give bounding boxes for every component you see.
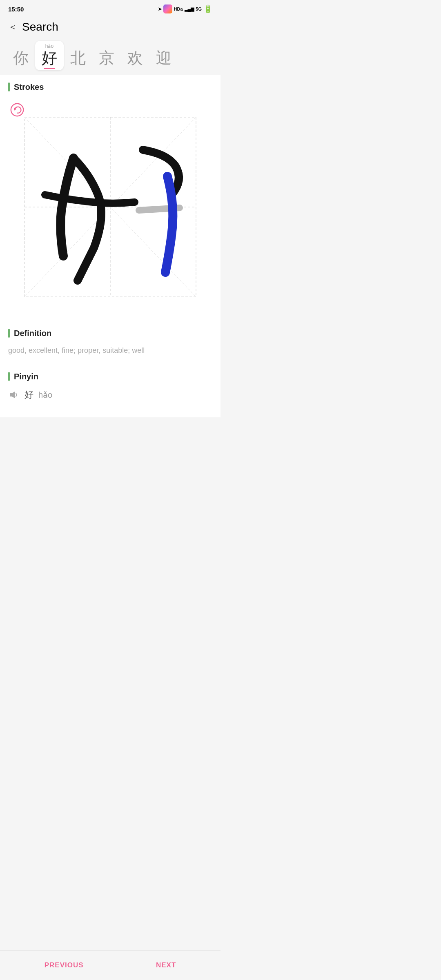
tab-ni[interactable]: 你	[7, 41, 35, 70]
app-icon	[163, 4, 172, 13]
hd-label: HDa	[174, 7, 183, 11]
tab-ying[interactable]: 迎	[149, 41, 178, 70]
tab-huan-pinyin	[134, 43, 136, 50]
tab-huan-hanzi: 欢	[127, 50, 143, 67]
character-tabs: 你 hǎo 好 北 京 欢 迎	[0, 38, 220, 75]
tab-bei[interactable]: 北	[64, 41, 92, 70]
svg-marker-7	[10, 392, 15, 398]
strokes-section-title: Strokes	[14, 82, 44, 92]
definition-text: good, excellent, fine; proper, suitable;…	[8, 343, 212, 365]
tab-huan[interactable]: 欢	[121, 41, 149, 70]
svg-line-5	[24, 117, 196, 297]
tab-bei-hanzi: 北	[70, 50, 86, 67]
tab-jing[interactable]: 京	[92, 41, 121, 70]
pinyin-section-bar	[8, 372, 10, 381]
pinyin-row: 好 hǎo	[8, 386, 212, 409]
svg-rect-2	[24, 117, 196, 297]
battery-icon: 🔋	[203, 4, 212, 13]
tab-ni-hanzi: 你	[13, 50, 29, 67]
strokes-section-bar	[8, 82, 10, 91]
tab-ying-pinyin	[163, 43, 164, 50]
back-button[interactable]: ＜	[8, 22, 17, 31]
sound-button[interactable]	[8, 389, 20, 401]
tab-bei-pinyin	[77, 43, 78, 50]
definition-section-bar	[8, 329, 10, 338]
guide-lines	[8, 101, 212, 313]
stroke-canvas	[8, 101, 212, 313]
network-label: 5G	[196, 7, 202, 11]
replay-icon	[9, 102, 25, 118]
location-icon: ➤	[158, 7, 162, 12]
tab-hao-pinyin: hǎo	[45, 43, 53, 50]
status-time: 15:50	[8, 6, 24, 13]
svg-line-6	[24, 117, 196, 297]
status-icons: ➤ HDa ▂▄▆ 5G 🔋	[158, 4, 213, 13]
definition-section-title: Definition	[14, 329, 51, 338]
pinyin-section-title: Pinyin	[14, 372, 38, 381]
main-content: Strokes	[0, 75, 220, 417]
pinyin-char: 好	[24, 389, 33, 401]
strokes-section-header: Strokes	[8, 75, 212, 97]
definition-section-header: Definition	[8, 321, 212, 343]
tab-ying-hanzi: 迎	[156, 50, 172, 67]
sound-icon	[8, 389, 20, 401]
tab-jing-pinyin	[106, 43, 107, 50]
header: ＜ Search	[0, 16, 220, 38]
signal-bars: ▂▄▆	[185, 7, 194, 12]
pinyin-reading: hǎo	[38, 390, 52, 400]
tab-hao-hanzi: 好	[42, 50, 57, 67]
page-title: Search	[22, 20, 58, 33]
status-bar: 15:50 ➤ HDa ▂▄▆ 5G 🔋	[0, 0, 220, 16]
replay-button[interactable]	[8, 101, 26, 119]
tab-ni-pinyin	[20, 43, 21, 50]
pinyin-section-header: Pinyin	[8, 365, 212, 386]
tab-hao[interactable]: hǎo 好	[35, 41, 64, 70]
tab-jing-hanzi: 京	[99, 50, 114, 67]
